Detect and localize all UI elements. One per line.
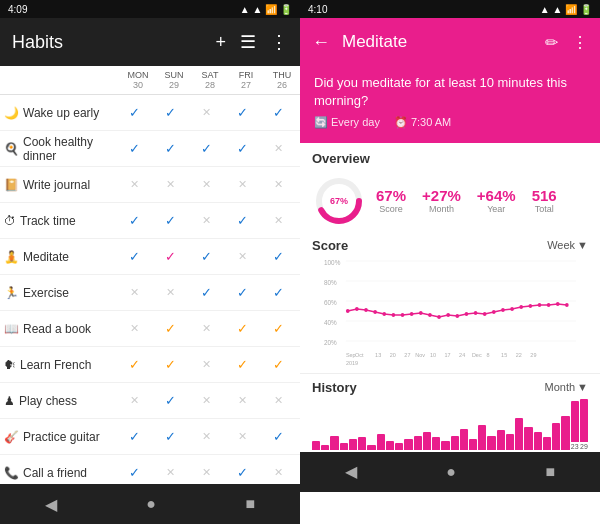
check-mark-orange[interactable]: ✓: [152, 357, 188, 372]
cross-mark[interactable]: ✕: [224, 250, 260, 263]
cross-mark[interactable]: ✕: [116, 322, 152, 335]
check-mark[interactable]: ✓: [224, 105, 260, 120]
check-mark[interactable]: ✓: [224, 285, 260, 300]
meditation-schedule: 🔄 Every day ⏰ 7:30 AM: [314, 115, 586, 130]
cross-mark[interactable]: ✕: [188, 106, 224, 119]
habit-name-cell: ⏱ Track time: [4, 214, 116, 228]
check-mark[interactable]: ✓: [224, 465, 260, 480]
check-mark[interactable]: ✓: [152, 213, 188, 228]
cross-mark[interactable]: ✕: [188, 322, 224, 335]
habit-row[interactable]: 📖 Read a book ✕✓✕✓✓: [0, 311, 300, 347]
check-mark[interactable]: ✓: [260, 429, 296, 444]
week-dropdown[interactable]: Week ▼: [547, 239, 588, 251]
check-mark[interactable]: ✓: [152, 141, 188, 156]
habit-icon: 🗣: [4, 358, 16, 372]
cross-mark[interactable]: ✕: [224, 394, 260, 407]
history-bar-wrap: [377, 399, 385, 450]
history-bar: [571, 401, 579, 441]
cross-mark[interactable]: ✕: [188, 430, 224, 443]
check-mark[interactable]: ✓: [152, 105, 188, 120]
svg-point-15: [373, 310, 377, 314]
history-bar: [423, 432, 431, 450]
habit-row[interactable]: 🧘 Meditate ✓✓✓✕✓: [0, 239, 300, 275]
recents-nav-right[interactable]: ■: [546, 463, 556, 481]
cross-mark[interactable]: ✕: [224, 178, 260, 191]
check-mark[interactable]: ✓: [116, 141, 152, 156]
check-mark[interactable]: ✓: [188, 141, 224, 156]
cross-mark[interactable]: ✕: [260, 142, 296, 155]
check-mark-orange[interactable]: ✓: [116, 357, 152, 372]
back-nav-right[interactable]: ◀: [345, 462, 357, 481]
habit-row[interactable]: ⏱ Track time ✓✓✕✓✕: [0, 203, 300, 239]
habit-row[interactable]: 🗣 Learn French ✓✓✕✓✓: [0, 347, 300, 383]
check-mark[interactable]: ✓: [152, 429, 188, 444]
cross-mark[interactable]: ✕: [188, 466, 224, 479]
habit-name-cell: 📔 Write journal: [4, 178, 116, 192]
cross-mark[interactable]: ✕: [152, 286, 188, 299]
cross-mark[interactable]: ✕: [152, 178, 188, 191]
check-mark[interactable]: ✓: [188, 285, 224, 300]
back-nav-left[interactable]: ◀: [45, 495, 57, 514]
check-mark[interactable]: ✓: [224, 213, 260, 228]
home-nav-left[interactable]: ●: [146, 495, 156, 513]
history-bar: [561, 416, 569, 449]
habit-row[interactable]: ♟ Play chess ✕✓✕✕✕: [0, 383, 300, 419]
overview-content: 67% 67% Score +27% Month +64% Year 516 T…: [312, 174, 588, 228]
check-mark[interactable]: ✓: [116, 105, 152, 120]
month-value: +27%: [422, 187, 461, 204]
cross-mark[interactable]: ✕: [224, 430, 260, 443]
check-mark-orange[interactable]: ✓: [260, 357, 296, 372]
more-options-icon[interactable]: ⋮: [270, 31, 288, 53]
history-bar: [460, 429, 468, 450]
cross-mark[interactable]: ✕: [260, 214, 296, 227]
habit-row[interactable]: 📔 Write journal ✕✕✕✕✕: [0, 167, 300, 203]
habit-row[interactable]: 🏃 Exercise ✕✕✓✓✓: [0, 275, 300, 311]
check-mark[interactable]: ✓: [116, 249, 152, 264]
history-bar-wrap: [460, 399, 468, 450]
cross-mark[interactable]: ✕: [260, 466, 296, 479]
back-button[interactable]: ←: [312, 32, 330, 53]
recents-nav-left[interactable]: ■: [246, 495, 256, 513]
check-mark[interactable]: ✓: [260, 249, 296, 264]
check-mark-orange[interactable]: ✓: [260, 321, 296, 336]
check-mark[interactable]: ✓: [152, 393, 188, 408]
edit-icon[interactable]: ✏: [545, 33, 558, 52]
habit-row[interactable]: 📞 Call a friend ✓✕✕✓✕: [0, 455, 300, 484]
check-mark[interactable]: ✓: [116, 429, 152, 444]
cross-mark[interactable]: ✕: [116, 286, 152, 299]
overview-stats: 67% Score +27% Month +64% Year 516 Total: [376, 187, 557, 214]
check-mark-orange[interactable]: ✓: [152, 321, 188, 336]
svg-point-34: [547, 303, 551, 307]
cross-mark[interactable]: ✕: [188, 394, 224, 407]
check-mark[interactable]: ✓: [260, 285, 296, 300]
check-mark[interactable]: ✓: [224, 141, 260, 156]
cross-mark[interactable]: ✕: [116, 178, 152, 191]
history-bar-wrap: [330, 399, 338, 450]
svg-point-13: [355, 307, 359, 311]
month-dropdown[interactable]: Month ▼: [545, 381, 588, 393]
cross-mark[interactable]: ✕: [188, 178, 224, 191]
home-nav-right[interactable]: ●: [446, 463, 456, 481]
history-bar: [432, 437, 440, 449]
check-mark[interactable]: ✓: [260, 105, 296, 120]
cross-mark[interactable]: ✕: [152, 466, 188, 479]
habit-row[interactable]: 🎸 Practice guitar ✓✓✕✕✓: [0, 419, 300, 455]
cross-mark[interactable]: ✕: [260, 394, 296, 407]
habit-icon: 🌙: [4, 106, 19, 120]
svg-point-31: [519, 305, 523, 309]
check-mark[interactable]: ✓: [116, 213, 152, 228]
check-mark-orange[interactable]: ✓: [224, 321, 260, 336]
check-mark-pink[interactable]: ✓: [152, 249, 188, 264]
habit-row[interactable]: 🌙 Wake up early ✓✓✕✓✓: [0, 95, 300, 131]
cross-mark[interactable]: ✕: [188, 358, 224, 371]
filter-icon[interactable]: ☰: [240, 31, 256, 53]
check-mark-orange[interactable]: ✓: [224, 357, 260, 372]
check-mark[interactable]: ✓: [188, 249, 224, 264]
add-habit-button[interactable]: +: [215, 32, 226, 53]
habit-row[interactable]: 🍳 Cook healthy dinner ✓✓✓✓✕: [0, 131, 300, 167]
right-more-options-icon[interactable]: ⋮: [572, 33, 588, 52]
check-mark[interactable]: ✓: [116, 465, 152, 480]
cross-mark[interactable]: ✕: [188, 214, 224, 227]
cross-mark[interactable]: ✕: [116, 394, 152, 407]
cross-mark[interactable]: ✕: [260, 178, 296, 191]
